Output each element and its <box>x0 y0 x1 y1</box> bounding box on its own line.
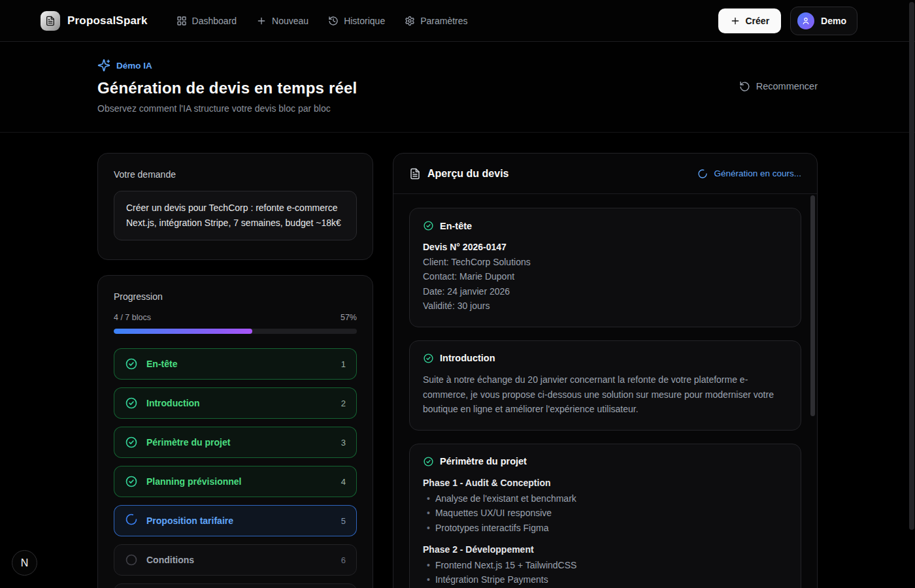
progress-step: Proposition tarifaire5 <box>114 505 357 536</box>
nav-item-historique[interactable]: Historique <box>328 16 385 26</box>
user-menu-label: Demo <box>821 16 846 26</box>
preview-block: En-têteDevis N° 2026-0147Client: TechCor… <box>409 208 801 327</box>
preview-line: Devis N° 2026-0147 <box>423 240 788 255</box>
gear-icon <box>405 16 415 26</box>
check-circle-icon <box>125 475 138 488</box>
page-title: Génération de devis en temps réel <box>97 79 357 97</box>
main-content: Votre demande Créer un devis pour TechCo… <box>97 133 818 588</box>
history-icon <box>328 16 339 26</box>
bullet-item: •Frontend Next.js 15 + TailwindCSS <box>423 558 788 573</box>
nextjs-dev-badge[interactable]: N <box>12 550 37 576</box>
bullet-item: •Analyse de l'existant et benchmark <box>423 491 788 506</box>
bullet-item: •Intégration Stripe Payments <box>423 572 788 587</box>
progress-step: En-tête1 <box>114 348 357 380</box>
progress-step-number: 1 <box>341 359 346 369</box>
progress-count: 4 / 7 blocs <box>114 313 151 322</box>
demo-badge: Démo IA <box>97 59 357 72</box>
request-text: Créer un devis pour TechCorp : refonte e… <box>114 191 357 240</box>
page-subtitle: Observez comment l'IA structure votre de… <box>97 103 357 114</box>
user-icon <box>801 16 810 25</box>
check-circle-icon <box>423 220 434 231</box>
brand-name: ProposalSpark <box>67 14 148 27</box>
preview-header: Aperçu du devis Génération en cours... <box>393 154 817 194</box>
restart-button-label: Recommencer <box>756 81 818 91</box>
progress-step-number: 4 <box>341 477 346 487</box>
plus-icon <box>730 16 740 26</box>
progress-step-label: Introduction <box>146 398 333 408</box>
nav-item-nouveau[interactable]: Nouveau <box>256 16 308 26</box>
sparkles-icon <box>97 59 110 72</box>
progress-card-label: Progression <box>114 291 357 302</box>
progress-step-number: 3 <box>341 438 346 448</box>
create-button[interactable]: Créer <box>718 8 782 33</box>
preview-line: Suite à notre échange du 20 janvier conc… <box>423 372 788 417</box>
progress-step: Introduction2 <box>114 387 357 419</box>
progress-step-label: Planning prévisionnel <box>146 476 333 487</box>
create-button-label: Créer <box>746 16 770 26</box>
progress-step-number: 2 <box>341 399 346 408</box>
brand-logo[interactable]: ProposalSpark <box>41 11 148 31</box>
loader-icon <box>125 513 138 529</box>
progress-step: Conditions6 <box>114 544 357 576</box>
restart-button[interactable]: Recommencer <box>739 81 818 92</box>
check-circle-icon <box>423 456 434 467</box>
preview-block: IntroductionSuite à notre échange du 20 … <box>409 340 801 431</box>
nav-item-dashboard[interactable]: Dashboard <box>176 16 237 26</box>
page-scrollbar[interactable] <box>909 2 914 530</box>
progress-step-label: En-tête <box>146 359 333 369</box>
preview-block-title: Périmètre du projet <box>440 456 527 466</box>
progress-step-label: Proposition tarifaire <box>146 515 333 526</box>
phase-heading: Phase 2 - Développement <box>423 542 788 557</box>
progress-fill <box>114 329 252 334</box>
progress-step-label: Conditions <box>146 555 333 565</box>
preview-panel: Aperçu du devis Génération en cours... E… <box>393 153 818 588</box>
preview-block-title: Introduction <box>440 353 495 363</box>
file-text-icon <box>409 168 421 180</box>
generation-status: Génération en cours... <box>697 169 801 179</box>
progress-card: Progression 4 / 7 blocs 57% En-tête1Intr… <box>97 275 373 588</box>
preview-line: Contact: Marie Dupont <box>423 269 788 284</box>
avatar <box>797 12 814 29</box>
progress-bar <box>114 329 357 334</box>
progress-step-label: Périmètre du projet <box>146 437 333 448</box>
user-menu-button[interactable]: Demo <box>790 7 857 35</box>
progress-percent: 57% <box>341 313 357 322</box>
progress-steps-list: En-tête1Introduction2Périmètre du projet… <box>114 348 357 588</box>
page-header: Démo IA Génération de devis en temps rée… <box>0 42 915 133</box>
preview-block-title: En-tête <box>440 221 472 231</box>
check-circle-icon <box>423 353 434 364</box>
preview-line: Client: TechCorp Solutions <box>423 255 788 270</box>
check-circle-icon <box>125 357 138 370</box>
nav-actions: Créer Demo <box>718 7 858 35</box>
circle-icon <box>125 553 138 566</box>
left-column: Votre demande Créer un devis pour TechCo… <box>97 153 373 588</box>
nav-item-paramètres[interactable]: Paramètres <box>405 16 467 26</box>
check-circle-icon <box>125 397 138 410</box>
progress-step <box>114 583 357 588</box>
rotate-ccw-icon <box>739 81 750 92</box>
preview-line: Date: 24 janvier 2026 <box>423 284 788 299</box>
nav-links: DashboardNouveauHistoriqueParamètres <box>176 16 468 26</box>
progress-step: Planning prévisionnel4 <box>114 466 357 497</box>
navbar: ProposalSpark DashboardNouveauHistorique… <box>0 0 915 42</box>
bullet-item: •Prototypes interactifs Figma <box>423 521 788 536</box>
document-icon <box>41 11 60 31</box>
request-card: Votre demande Créer un devis pour TechCo… <box>97 153 373 260</box>
generation-status-label: Génération en cours... <box>714 169 801 178</box>
loader-icon <box>697 169 708 179</box>
preview-block: Périmètre du projetPhase 1 - Audit & Con… <box>409 444 801 588</box>
bullet-item: •Maquettes UX/UI responsive <box>423 506 788 521</box>
request-card-label: Votre demande <box>114 169 357 180</box>
check-circle-icon <box>125 436 138 449</box>
grid-icon <box>176 16 187 26</box>
demo-badge-label: Démo IA <box>116 61 152 71</box>
progress-step: Périmètre du projet3 <box>114 427 357 458</box>
preview-blocks: En-têteDevis N° 2026-0147Client: TechCor… <box>393 194 817 588</box>
progress-step-number: 5 <box>341 516 346 526</box>
plus-icon <box>256 16 267 26</box>
preview-scrollbar[interactable] <box>810 195 815 416</box>
preview-title: Aperçu du devis <box>427 168 508 180</box>
progress-step-number: 6 <box>341 555 346 565</box>
preview-line: Validité: 30 jours <box>423 299 788 314</box>
phase-heading: Phase 1 - Audit & Conception <box>423 476 788 490</box>
